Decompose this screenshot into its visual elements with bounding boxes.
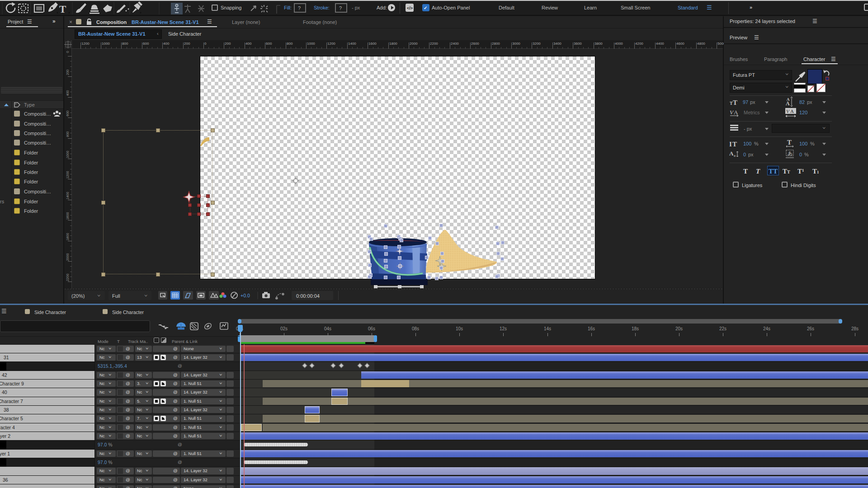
svg-text:T: T — [733, 99, 737, 106]
svg-text:A: A — [729, 150, 734, 157]
svg-text:A: A — [734, 109, 738, 116]
svg-text:a: a — [734, 153, 736, 158]
svg-text:A: A — [790, 108, 794, 114]
svg-text:T: T — [730, 101, 733, 106]
svg-text:A: A — [786, 100, 790, 107]
svg-text:T: T — [787, 139, 792, 146]
svg-text:T: T — [732, 141, 737, 148]
svg-text:I: I — [729, 141, 732, 148]
svg-text:あ: あ — [788, 150, 793, 156]
svg-text:+0.0: +0.0 — [241, 293, 250, 298]
svg-text:T: T — [59, 4, 66, 15]
